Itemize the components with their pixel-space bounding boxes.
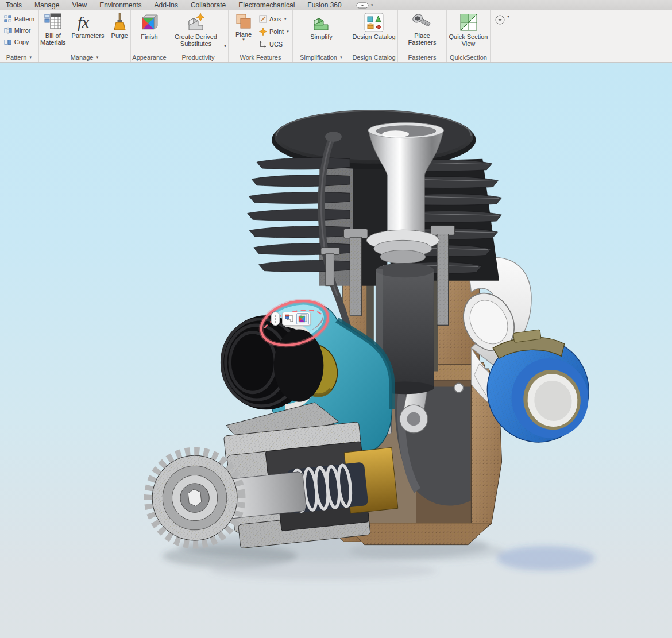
place-fasteners-icon — [412, 13, 432, 31]
chevron-down-icon: ▼ — [95, 56, 99, 59]
chevron-down-icon[interactable]: ▼ — [223, 44, 227, 48]
ribbon-display-toggle[interactable]: ▼ — [356, 2, 374, 9]
ribbon-group-fasteners: Place Fasteners Fasteners — [398, 10, 447, 62]
ribbon-group-simplification: Simplify Simplification ▼ — [293, 10, 350, 62]
menu-tab-electromechanical[interactable]: Electromechanical — [232, 1, 301, 9]
ribbon-group-quicksection: Quick Section View QuickSection — [447, 10, 491, 62]
group-label-pattern[interactable]: Pattern ▼ — [0, 52, 38, 62]
group-label-design-catalog: Design Catalog — [350, 52, 397, 62]
svg-text:fx: fx — [78, 13, 90, 31]
copy-icon — [4, 38, 12, 46]
quick-section-view-icon — [459, 13, 478, 32]
group-label-fasteners: Fasteners — [398, 52, 446, 62]
design-catalog-button[interactable]: Design Catalog — [350, 12, 397, 41]
chevron-down-icon: ▼ — [242, 38, 245, 41]
simplify-icon — [312, 13, 331, 32]
create-derived-substitutes-icon — [186, 13, 206, 32]
ribbon-tab-bar: Tools Manage View Environments Add-Ins C… — [0, 0, 672, 10]
selection-mini-toolbar — [271, 312, 311, 326]
group-label-work-features: Work Features — [229, 52, 292, 62]
ribbon-group-manage: Bill of Materials fx Parameters Purge Ma — [39, 10, 131, 62]
mini-toolbar-drag-handle[interactable] — [271, 312, 280, 326]
appearance-button[interactable] — [296, 313, 309, 324]
ribbon-toggle-icon — [356, 2, 369, 9]
ribbon-group-pattern: Pattern Mirror Copy Pattern ▼ — [0, 10, 39, 62]
appearance-icon — [298, 314, 307, 323]
group-label-manage[interactable]: Manage ▼ — [39, 52, 130, 62]
group-label-appearance: Appearance — [131, 52, 168, 62]
menu-tab-addins[interactable]: Add-Ins — [148, 1, 184, 9]
create-derived-substitutes-button[interactable]: Create Derived Substitutes — [169, 12, 222, 48]
menu-tab-fusion360[interactable]: Fusion 360 — [301, 1, 347, 9]
ribbon: Pattern Mirror Copy Pattern ▼ — [0, 10, 672, 63]
chevron-down-icon: ▼ — [370, 3, 374, 7]
menu-tab-environments[interactable]: Environments — [93, 1, 148, 9]
model-viewport[interactable] — [0, 63, 672, 638]
plane-button[interactable]: Plane ▼ — [231, 12, 256, 49]
copy-button[interactable]: Copy — [4, 37, 34, 47]
axis-icon — [259, 15, 267, 23]
parameters-button[interactable]: fx Parameters — [71, 12, 106, 40]
finish-icon — [140, 13, 159, 32]
menu-tab-view[interactable]: View — [65, 1, 93, 9]
place-fasteners-button[interactable]: Place Fasteners — [404, 12, 441, 47]
purge-button[interactable]: Purge — [109, 12, 130, 40]
bill-of-materials-button[interactable]: Bill of Materials — [39, 12, 67, 47]
chevron-down-icon: ▼ — [286, 30, 289, 33]
chevron-down-icon: ▼ — [284, 17, 287, 21]
substitute-button[interactable] — [284, 314, 295, 324]
plane-icon — [235, 13, 252, 30]
chevron-down-icon: ▼ — [29, 56, 32, 59]
group-label-productivity: Productivity — [168, 52, 228, 62]
pattern-button[interactable]: Pattern — [4, 14, 34, 24]
purge-icon — [110, 13, 129, 31]
mini-toolbar-buttons — [282, 312, 311, 326]
point-icon — [259, 28, 267, 36]
ribbon-group-productivity: Create Derived Substitutes ▼ Productivit… — [168, 10, 229, 62]
chevron-down-icon: ▼ — [507, 15, 510, 18]
ribbon-group-design-catalog: Design Catalog Design Catalog — [350, 10, 398, 62]
mirror-button[interactable]: Mirror — [4, 25, 34, 35]
quick-section-view-button[interactable]: Quick Section View — [447, 12, 490, 48]
point-button[interactable]: Point ▼ — [259, 26, 289, 36]
minimize-ribbon-icon — [495, 15, 505, 25]
chevron-down-icon: ▼ — [339, 56, 343, 59]
minimize-ribbon-button[interactable]: ▼ — [491, 10, 510, 62]
ucs-button[interactable]: UCS — [259, 39, 289, 49]
ribbon-group-work-features: Plane ▼ Axis ▼ Point — [229, 10, 293, 62]
simplify-button[interactable]: Simplify — [306, 12, 338, 41]
substitute-icon — [285, 314, 294, 323]
design-catalog-icon — [364, 13, 384, 32]
inventor-window: Tools Manage View Environments Add-Ins C… — [0, 0, 672, 638]
pattern-icon — [4, 15, 12, 23]
ribbon-group-appearance: Finish Appearance — [131, 10, 168, 62]
group-label-simplification[interactable]: Simplification ▼ — [293, 52, 350, 62]
engine-cutaway-model — [0, 63, 672, 638]
menu-tab-collaborate[interactable]: Collaborate — [184, 1, 232, 9]
parameters-icon: fx — [75, 13, 101, 31]
group-label-quicksection: QuickSection — [447, 52, 490, 62]
axis-button[interactable]: Axis ▼ — [259, 14, 289, 24]
ucs-icon — [259, 40, 267, 48]
menu-tab-manage[interactable]: Manage — [28, 1, 65, 9]
bill-of-materials-icon — [44, 13, 62, 31]
mirror-icon — [4, 26, 12, 34]
menu-tab-tools[interactable]: Tools — [0, 1, 28, 9]
finish-button[interactable]: Finish — [134, 12, 164, 41]
